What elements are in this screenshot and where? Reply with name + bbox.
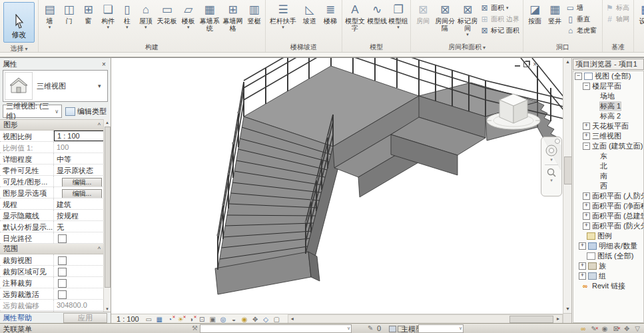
section-graphics[interactable]: 图形 — [0, 120, 104, 131]
scroll-thumb[interactable] — [509, 316, 553, 323]
crop-region-icon[interactable]: ▣ — [208, 315, 217, 324]
tree-item-level-1[interactable]: 标高 1 — [573, 101, 643, 111]
modify-button[interactable]: 修改 — [3, 2, 35, 43]
room-button[interactable]: ⊠房间 — [412, 1, 434, 41]
design-options-dropdown[interactable] — [418, 324, 464, 333]
navbar-zoom-dropdown-icon[interactable] — [550, 178, 553, 183]
unlocked-view-icon[interactable]: ◎ — [219, 315, 228, 324]
area-button[interactable]: ⊠面积 — [479, 2, 521, 13]
scroll-left-icon[interactable]: ◂ — [288, 315, 296, 324]
worksets-dropdown[interactable] — [200, 324, 352, 333]
curtain-grid-button[interactable]: ⊞幕墙网格 — [221, 1, 244, 41]
detail-level-icon[interactable]: ▦ — [155, 315, 164, 324]
collapse-icon[interactable] — [575, 73, 582, 80]
navbar-close-icon[interactable] — [555, 139, 560, 144]
model-text-button[interactable]: A模型文字 — [344, 1, 366, 41]
tree-item-level-2[interactable]: 标高 2 — [573, 111, 643, 121]
tree-item-floor-plans[interactable]: 楼层平面 — [573, 81, 643, 91]
select-underlay-icon[interactable]: ✎ — [591, 324, 596, 333]
select-pinned-icon[interactable]: ◉ — [602, 324, 608, 333]
stair-button[interactable]: ≣楼梯 — [320, 1, 340, 41]
component-button[interactable]: ❏构件 — [98, 1, 118, 41]
far-clip-active-checkbox[interactable] — [58, 290, 67, 299]
zoom-icon[interactable] — [546, 167, 557, 178]
temporary-hide-icon[interactable]: ◉ — [240, 315, 249, 324]
ramp-button[interactable]: ◺坡道 — [299, 1, 320, 41]
tree-item-sheets[interactable]: 图纸 (全部) — [573, 251, 643, 261]
scroll-right-icon[interactable]: ▸ — [554, 315, 562, 324]
wall-button[interactable]: ▤墙 — [40, 1, 59, 41]
model-line-button[interactable]: ∿模型线 — [366, 1, 388, 41]
railing-button[interactable]: ☰栏杆扶手 — [267, 1, 299, 41]
by-face-button[interactable]: ◪按面 — [525, 1, 545, 41]
visual-style-icon[interactable]: ◔ — [166, 315, 174, 324]
navbar-dropdown-icon[interactable] — [550, 157, 553, 163]
tree-item-3d-views[interactable]: 三维视图 — [573, 131, 643, 141]
visibility-edit-button[interactable]: 编辑... — [62, 178, 102, 186]
displacement-icon[interactable]: ◇ — [262, 315, 270, 324]
tree-item-area-plan-gross[interactable]: 面积平面 (总建筑面积) — [573, 211, 643, 221]
crop-visible-checkbox[interactable] — [58, 268, 67, 276]
column-button[interactable]: ▯柱 — [118, 1, 136, 41]
tree-item-groups[interactable]: 组 — [573, 271, 643, 281]
expand-icon[interactable] — [579, 262, 586, 270]
tree-item-west[interactable]: 西 — [573, 181, 643, 191]
expand-icon[interactable] — [583, 133, 590, 140]
minimize-icon[interactable] — [515, 65, 520, 67]
expand-icon[interactable] — [583, 202, 590, 210]
model-group-button[interactable]: ❐模型组 — [388, 1, 409, 41]
level-button[interactable]: ⚑标高 — [604, 2, 631, 13]
room-separator-button[interactable]: ⊠房间分隔 — [434, 1, 456, 41]
shaft-button[interactable]: ▦竖井 — [545, 1, 565, 41]
annotation-crop-checkbox[interactable] — [58, 279, 67, 288]
steering-wheel-icon[interactable] — [545, 144, 558, 157]
grid-button[interactable]: #轴网 — [604, 13, 631, 25]
tree-item-east[interactable]: 东 — [573, 151, 643, 161]
parts-visibility-value[interactable]: 显示原状态 — [54, 165, 104, 175]
properties-help-link[interactable]: 属性帮助 — [3, 313, 32, 323]
tree-item-ceiling-plans[interactable]: 天花板平面 — [573, 121, 643, 131]
tree-item-schedules[interactable]: 明细表/数量 — [573, 241, 643, 251]
graphic-display-edit-button[interactable]: 编辑... — [62, 189, 102, 198]
select-links-icon[interactable]: ∞ — [581, 324, 585, 333]
set-workplane-button[interactable]: ▦设置 — [635, 1, 644, 41]
tree-item-site[interactable]: 场地 — [573, 91, 643, 101]
floor-button[interactable]: ▱楼板 — [178, 1, 198, 41]
collapse-icon[interactable] — [583, 83, 590, 90]
tree-item-south[interactable]: 南 — [573, 171, 643, 181]
restore-icon[interactable] — [523, 61, 529, 67]
analytical-model-icon[interactable]: ✥ — [251, 315, 260, 324]
dormer-button[interactable]: ⌂老虎窗 — [565, 25, 598, 36]
area-boundary-button[interactable]: ⊞面积 边界 — [479, 13, 521, 25]
close-icon[interactable] — [533, 62, 537, 67]
shadows-icon[interactable]: ◑ — [187, 315, 196, 324]
sun-path-icon[interactable]: ☀ — [176, 315, 185, 324]
analysis-display-value[interactable]: 无 — [54, 221, 104, 232]
apply-button[interactable]: 应用 — [63, 313, 107, 323]
expand-icon[interactable] — [583, 192, 590, 200]
select-group-label[interactable]: 选择 — [0, 43, 38, 53]
horizontal-scrollbar[interactable]: ◂ ▸ — [288, 314, 563, 324]
scroll-thumb[interactable] — [105, 127, 111, 288]
crop-view-icon[interactable]: ⊡ — [198, 315, 206, 324]
edit-type-button[interactable]: 编辑类型 — [64, 105, 108, 118]
door-button[interactable]: ◫门 — [59, 1, 79, 41]
drag-on-selection-icon[interactable]: ✥ — [624, 324, 629, 333]
sun-path-checkbox[interactable] — [58, 234, 67, 243]
tag-room-button[interactable]: ⊠标记房间 — [456, 1, 479, 41]
tag-area-button[interactable]: ⊠标记 面积 — [479, 25, 521, 36]
scroll-up-icon[interactable]: ▲ — [104, 119, 111, 126]
window-button[interactable]: ⊞窗 — [79, 1, 98, 41]
tree-item-north[interactable]: 北 — [573, 161, 643, 171]
tree-item-area-plan-net[interactable]: 面积平面 (净面积) — [573, 201, 643, 211]
expand-icon[interactable] — [579, 242, 586, 250]
view-scale-input[interactable]: 1 : 100 — [54, 131, 104, 141]
crop-view-checkbox[interactable] — [58, 256, 67, 265]
properties-scrollbar[interactable]: ▲ ▼ — [103, 119, 111, 312]
tree-item-families[interactable]: 族 — [573, 261, 643, 271]
expand-icon[interactable] — [583, 123, 590, 130]
drawing-area[interactable]: 1 : 100 ▭ ▦ ◔ ☀ ◑ ⊡ ▣ ◎ ◒ ◉ ✥ ◇ ▢ ◂ ▸ — [111, 57, 563, 324]
tree-item-area-plan-civil[interactable]: 面积平面 (人防分区面积) — [573, 191, 643, 201]
close-icon[interactable] — [100, 61, 108, 68]
vertical-opening-button[interactable]: ▯垂直 — [565, 13, 598, 25]
